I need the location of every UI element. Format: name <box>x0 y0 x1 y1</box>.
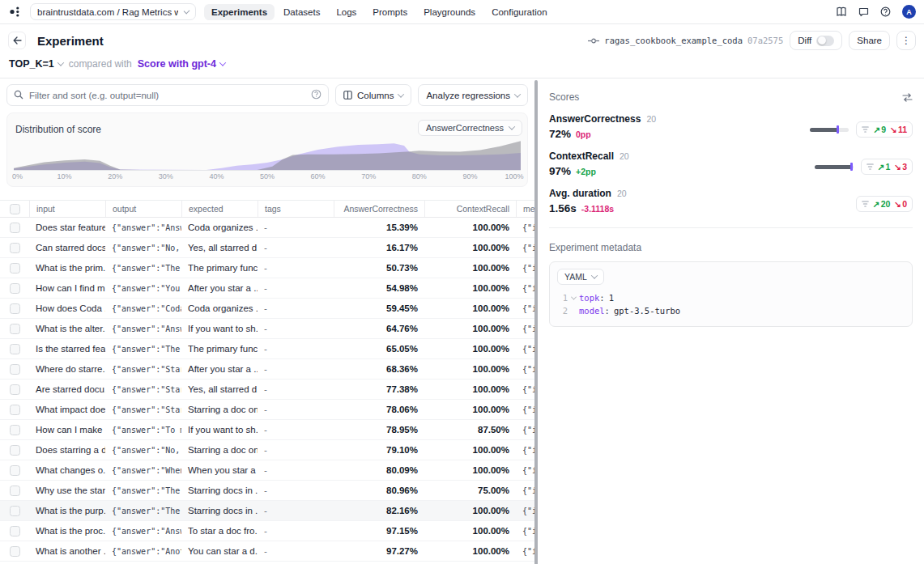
cell-metadata[interactable]: {"id <box>516 466 534 475</box>
cell-tags[interactable]: - <box>258 303 334 313</box>
cell-tags[interactable]: - <box>258 223 334 232</box>
select-all-checkbox[interactable] <box>10 204 20 214</box>
cell-output[interactable]: {"answer":"No, ... <box>105 244 181 252</box>
regression-filter-pill[interactable]: ↗1 ↘3 <box>861 159 913 175</box>
cell-tags[interactable]: - <box>258 405 334 414</box>
cell-contextrecall[interactable]: 100.00% <box>424 344 516 354</box>
cell-output[interactable]: {"answer":"The ... <box>105 345 181 354</box>
cell-contextrecall[interactable]: 100.00% <box>424 243 516 252</box>
table-row[interactable]: Are starred docu... {"answer":"Star... Y… <box>0 380 534 400</box>
scrollbar-thumb[interactable] <box>534 80 538 564</box>
cell-tags[interactable]: - <box>258 324 334 333</box>
table-row[interactable]: What is the purp... {"answer":"The ... S… <box>0 501 534 521</box>
cell-contextrecall[interactable]: 75.00% <box>424 486 516 495</box>
row-checkbox[interactable] <box>10 445 20 456</box>
row-checkbox[interactable] <box>10 364 20 375</box>
comparison-experiment-selector[interactable]: Score with gpt-4 <box>138 58 225 70</box>
cell-tags[interactable]: - <box>258 243 334 252</box>
analyze-regressions-button[interactable]: Analyze regressions <box>418 84 528 106</box>
table-row[interactable]: What is the prim... {"answer":"The ... T… <box>0 258 534 278</box>
cell-answercorrectness[interactable]: 78.06% <box>334 405 424 414</box>
cell-output[interactable]: {"answer":"The ... <box>105 264 181 273</box>
row-checkbox[interactable] <box>10 465 20 476</box>
tab-datasets[interactable]: Datasets <box>276 4 327 20</box>
cell-metadata[interactable]: {"id <box>516 244 534 252</box>
cell-tags[interactable]: - <box>258 526 334 536</box>
cell-input[interactable]: What is the prim... <box>29 263 105 273</box>
tab-prompts[interactable]: Prompts <box>365 4 415 20</box>
cell-tags[interactable]: - <box>258 465 334 475</box>
cell-output[interactable]: {"answer":"When... <box>105 466 181 475</box>
col-header-contextrecall[interactable]: ContextRecall <box>424 201 516 217</box>
row-checkbox[interactable] <box>10 344 20 354</box>
cell-tags[interactable]: - <box>258 506 334 515</box>
columns-button[interactable]: Columns <box>335 84 411 106</box>
cell-contextrecall[interactable]: 87.50% <box>424 425 516 435</box>
cell-answercorrectness[interactable]: 97.27% <box>334 546 424 556</box>
row-checkbox[interactable] <box>10 425 20 435</box>
cell-tags[interactable]: - <box>258 283 334 293</box>
cell-input[interactable]: How does Coda ... <box>29 303 105 313</box>
cell-tags[interactable]: - <box>258 445 334 455</box>
project-selector[interactable]: braintrustdata.com / Rag Metrics with Ra… <box>30 3 196 20</box>
cell-metadata[interactable]: {"id <box>516 304 534 313</box>
filter-input[interactable] <box>6 84 329 106</box>
cell-expected[interactable]: Coda organizes ... <box>181 223 258 232</box>
row-checkbox[interactable] <box>10 243 20 253</box>
table-row[interactable]: What is the proc... {"answer":"Answ... T… <box>0 521 534 541</box>
cell-expected[interactable]: Starring docs in ... <box>181 506 258 515</box>
share-button[interactable]: Share <box>849 31 890 50</box>
cell-contextrecall[interactable]: 100.00% <box>424 445 516 455</box>
cell-answercorrectness[interactable]: 65.05% <box>334 344 424 354</box>
row-checkbox[interactable] <box>10 283 20 294</box>
cell-input[interactable]: What is the proc... <box>29 526 105 536</box>
chart-metric-selector[interactable]: AnswerCorrectness <box>418 120 522 136</box>
cell-answercorrectness[interactable]: 68.36% <box>334 364 424 374</box>
cell-metadata[interactable]: {"id <box>516 284 534 293</box>
cell-tags[interactable]: - <box>258 546 334 556</box>
table-row[interactable]: Can starred docs... {"answer":"No, ... Y… <box>0 238 534 258</box>
cell-output[interactable]: {"answer":"You ... <box>105 284 181 293</box>
cell-tags[interactable]: - <box>258 263 334 273</box>
cell-input[interactable]: Can starred docs... <box>29 243 105 252</box>
row-checkbox[interactable] <box>10 223 20 233</box>
cell-contextrecall[interactable]: 100.00% <box>424 506 516 515</box>
cell-expected[interactable]: When you star a ... <box>181 465 258 475</box>
cell-expected[interactable]: The primary func... <box>181 344 258 354</box>
cell-expected[interactable]: You can star a d... <box>181 546 258 556</box>
row-checkbox[interactable] <box>10 486 20 496</box>
row-checkbox[interactable] <box>10 405 20 415</box>
cell-input[interactable]: Why use the star... <box>29 486 105 495</box>
cell-metadata[interactable]: {"id <box>516 426 534 435</box>
col-header-tags[interactable]: tags <box>258 201 334 217</box>
tab-experiments[interactable]: Experiments <box>204 4 275 20</box>
cell-answercorrectness[interactable]: 64.76% <box>334 324 424 333</box>
cell-expected[interactable]: After you star a ... <box>181 364 258 374</box>
cell-expected[interactable]: After you star a ... <box>181 283 258 293</box>
row-checkbox[interactable] <box>10 506 20 516</box>
col-header-answercorrectness[interactable]: AnswerCorrectness <box>334 201 424 217</box>
cell-metadata[interactable]: {"id <box>516 365 534 374</box>
table-row[interactable]: Why use the star... {"answer":"The ... S… <box>0 481 534 501</box>
table-row[interactable]: Is the starred fea... {"answer":"The ...… <box>0 339 534 359</box>
table-row[interactable]: What impact doe... {"answer":"Star... St… <box>0 400 534 420</box>
cell-metadata[interactable]: {"id <box>516 405 534 414</box>
cell-answercorrectness[interactable]: 15.39% <box>334 223 424 232</box>
cell-output[interactable]: {"answer":"Coda... <box>105 304 181 313</box>
cell-tags[interactable]: - <box>258 425 334 435</box>
table-row[interactable]: Does starring a d... {"answer":"No, ... … <box>0 440 534 460</box>
cell-metadata[interactable]: {"id <box>516 324 534 333</box>
cell-expected[interactable]: If you want to sh... <box>181 324 258 333</box>
user-avatar[interactable]: A <box>902 5 916 19</box>
base-experiment-selector[interactable]: TOP_K=1 <box>9 58 63 70</box>
cell-tags[interactable]: - <box>258 344 334 354</box>
cell-expected[interactable]: If you want to sh... <box>181 425 258 435</box>
cell-metadata[interactable]: {"id <box>516 486 534 495</box>
table-row[interactable]: Does star feature... {"answer":"Answ... … <box>0 218 534 238</box>
cell-output[interactable]: {"answer":"Star... <box>105 365 181 374</box>
table-row[interactable]: How can I find m... {"answer":"You ... A… <box>0 278 534 299</box>
cell-metadata[interactable]: {"id <box>516 223 534 232</box>
cell-metadata[interactable]: {"id <box>516 507 534 515</box>
cell-input[interactable]: What changes o... <box>29 465 105 475</box>
cell-output[interactable]: {"answer":"Answ... <box>105 527 181 536</box>
